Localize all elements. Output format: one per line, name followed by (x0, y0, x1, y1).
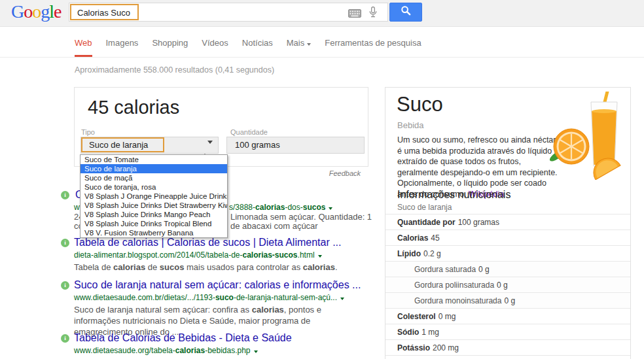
search-input[interactable]: Calorias Suco (69, 3, 388, 22)
logo-letter: o (32, 1, 41, 22)
chevron-down-icon[interactable] (254, 350, 258, 353)
info-icon[interactable]: i (61, 334, 69, 343)
row-value: 1 mg (421, 328, 439, 337)
result-url[interactable]: www.dietaesaude.com.br/dietas/.../1193-s… (74, 293, 370, 303)
dropdown-option-selected[interactable]: Suco de laranja (80, 164, 227, 173)
nutrition-row: Potássio200 mg (385, 339, 630, 355)
logo-letter: o (24, 1, 32, 22)
row-label: Quantidade por (397, 218, 456, 227)
tab-mais-label: Mais (287, 38, 304, 48)
row-label: Gordura monoinsaturada (414, 296, 501, 305)
feedback-link[interactable]: Feedback (298, 169, 361, 177)
search-result-2: i Tabela de calorias | Calorias de sucos… (74, 237, 370, 273)
search-result-3: i Suco de laranja natural sem açúcar: ca… (74, 279, 370, 337)
tab-imagens[interactable]: Imagens (106, 38, 139, 57)
dropdown-option[interactable]: V8 V. Fusion Strawberry Banana (80, 228, 227, 237)
type-label: Tipo (81, 128, 95, 136)
logo-letter: l (49, 1, 54, 22)
nutrition-row: Gordura monoinsaturada0 g (385, 292, 630, 308)
result-url[interactable]: dieta-alimentar.blogspot.com/2014/05/tab… (74, 250, 370, 260)
search-result-4: i Tabela de Calorias de Bebidas - Dieta … (74, 332, 370, 357)
row-value: 100 gramas (458, 218, 499, 227)
chevron-down-icon[interactable] (340, 298, 344, 300)
nutrition-row: Carboidrato10 g (385, 355, 630, 359)
keyboard-icon[interactable] (348, 9, 361, 20)
row-value: 45 (431, 233, 439, 243)
knowledge-panel: Suco Bebida Um suco ou sumo, refresco ou… (385, 87, 631, 359)
chevron-down-icon (307, 43, 311, 46)
tab-noticias[interactable]: Notícias (242, 38, 273, 57)
nutrition-row: Gordura poliinsaturada0 g (385, 277, 630, 292)
knowledge-panel-subtitle: Bebida (397, 120, 423, 130)
row-value: 200 mg (433, 343, 459, 352)
dropdown-option[interactable]: V8 Splash J Orange Pineapple Juice Drink… (80, 192, 227, 201)
nutrition-row: Quantidade por100 gramas (385, 214, 630, 230)
tab-videos[interactable]: Vídeos (202, 38, 228, 57)
row-label: Gordura poliinsaturada (414, 281, 494, 290)
row-label: Potássio (397, 343, 430, 352)
dropdown-option[interactable]: V8 Splash Juice Drinks Tropical Blend (80, 219, 227, 228)
result-url[interactable]: s/3888-calorias-dos-sucos (229, 203, 332, 212)
row-value: 0.2 g (423, 249, 441, 258)
type-select-value: Suco de laranja (89, 140, 148, 150)
result-url-text: www.dietaesaude.org/tabela-calorias-bebi… (74, 346, 251, 355)
results-navbar: Web Imagens Shopping Vídeos Notícias Mai… (0, 27, 644, 58)
row-label: Sódio (397, 328, 419, 337)
quantity-select[interactable]: 100 gramas (226, 137, 365, 154)
nutrition-row: Gordura saturada0 g (385, 261, 630, 277)
nutrition-row: Lípido0.2 g (385, 245, 630, 261)
orange-juice-photo (548, 92, 625, 182)
quantity-select-value: 100 gramas (235, 140, 280, 150)
result-url-text: s/3888-calorias-dos-sucos (229, 203, 325, 212)
dropdown-option[interactable]: Suco de Tomate (80, 155, 227, 164)
result-snippet-fragment: de abacaxi com açúcar (230, 221, 318, 231)
search-button[interactable] (389, 3, 422, 22)
knowledge-panel-title: Suco (397, 93, 443, 116)
nutrition-row: Sódio1 mg (385, 324, 630, 339)
calorie-result: 45 calorias (88, 97, 179, 118)
search-query-text: Calorias Suco (77, 8, 130, 18)
type-select-dropdown: Suco de Tomate Suco de laranja Suco de m… (80, 154, 228, 238)
row-value: 0 g (504, 296, 515, 305)
info-icon[interactable]: i (61, 191, 69, 199)
logo-letter: e (54, 1, 61, 22)
nutrition-subtitle: Suco de laranja (397, 203, 452, 212)
nutrition-row: Calorias45 (385, 230, 630, 245)
row-label: Calorias (397, 233, 428, 243)
result-snippet-fragment: Limonada sem açúcar. Quantidade: 1 (230, 212, 372, 222)
row-label: Gordura saturada (414, 265, 476, 274)
row-label: Lípido (397, 249, 421, 258)
result-url[interactable]: www.dietaesaude.org/tabela-calorias-bebi… (74, 346, 370, 356)
type-select[interactable]: Suco de laranja (80, 137, 219, 154)
tab-mais[interactable]: Mais (287, 38, 311, 57)
row-value: 0 g (478, 265, 490, 274)
dropdown-option[interactable]: V8 Splash Juice Drinks Diet Strawberry K… (80, 201, 227, 210)
row-label: Colesterol (397, 312, 436, 321)
info-icon[interactable]: i (61, 281, 69, 290)
info-icon[interactable]: i (61, 239, 69, 247)
result-snippet: Tabela de calorias de sucos mais usados … (74, 262, 365, 273)
tab-web[interactable]: Web (75, 38, 92, 57)
dropdown-option[interactable]: V8 Splash Juice Drinks Mango Peach (80, 210, 227, 219)
chevron-down-icon[interactable] (318, 255, 322, 258)
tab-shopping[interactable]: Shopping (152, 38, 188, 57)
nutrition-heading: Informações nutricionais (397, 189, 510, 201)
logo-letter: g (41, 1, 49, 22)
row-value: 0 mg (438, 312, 456, 321)
dropdown-option[interactable]: Suco de maçã (80, 173, 227, 182)
tab-ferramentas[interactable]: Ferramentas de pesquisa (325, 38, 421, 57)
result-title[interactable]: Tabela de Calorias de Bebidas - Dieta e … (74, 332, 370, 344)
result-stats: Aproximadamente 558.000 resultados (0,41… (75, 65, 274, 75)
nutrition-table: Quantidade por100 gramas Calorias45 Lípi… (385, 214, 630, 359)
result-url-text: dieta-alimentar.blogspot.com/2014/05/tab… (74, 250, 315, 260)
google-logo[interactable]: Google (11, 1, 61, 22)
microphone-icon[interactable] (369, 7, 377, 21)
logo-letter: G (11, 1, 24, 22)
search-icon (401, 5, 412, 19)
row-value: 0 g (497, 281, 508, 290)
result-title[interactable]: Tabela de calorias | Calorias de sucos |… (74, 237, 370, 248)
dropdown-option[interactable]: Suco de toranja, rosa (80, 182, 227, 192)
top-search-bar: Google Calorias Suco (0, 0, 644, 27)
chevron-down-icon[interactable] (329, 207, 332, 210)
result-title[interactable]: Suco de laranja natural sem açúcar: calo… (74, 279, 370, 291)
